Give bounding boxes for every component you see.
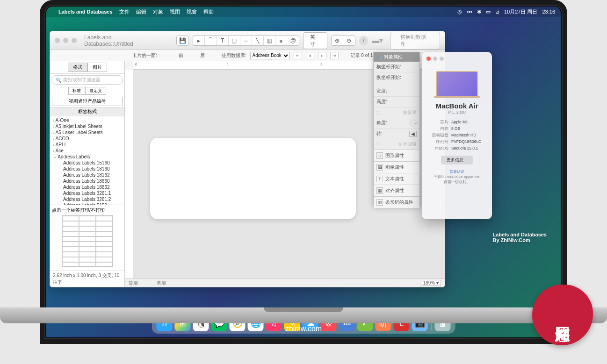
unit-selector[interactable]: 英寸 (303, 32, 327, 49)
sidebar-tab-format[interactable]: 格式 (68, 63, 87, 72)
tree-item[interactable]: Address Labels 3261.2 (52, 196, 123, 202)
align-icon: ▦ (376, 187, 383, 194)
tree-item[interactable]: A-One (52, 117, 123, 123)
prop-aspect-label[interactable]: 修复率 (403, 109, 417, 116)
menu-view[interactable]: 视图 (170, 8, 180, 15)
last-record-icon[interactable]: ⇥ (330, 52, 339, 59)
menu-help[interactable]: 帮助 (203, 8, 214, 15)
sheet-preview[interactable] (62, 215, 113, 267)
more-info-button[interactable]: 更多信息... (441, 156, 473, 164)
text-tool-icon[interactable]: T (217, 36, 229, 45)
align-props-button[interactable]: ▦对齐属性 (374, 185, 419, 196)
tree-item[interactable]: Address Labels 15160 (52, 160, 123, 166)
tree-item[interactable]: Address Labels 18162 (52, 172, 123, 178)
shape-props-button[interactable]: ◇图形属性 (374, 150, 419, 161)
line-tool-icon[interactable]: ╲ (252, 36, 264, 45)
tree-item[interactable]: APLI (52, 142, 123, 148)
tree-item[interactable]: Address Labels 3261.1 (52, 190, 123, 196)
site-url: zhiniw.com (285, 325, 322, 333)
tree-item[interactable]: ACCO (52, 136, 123, 142)
tree-item[interactable]: Address Labels 18662 (52, 184, 123, 190)
spiral-tool-icon[interactable]: ๑ (275, 36, 287, 45)
barcode-tool-icon[interactable]: ▥ (264, 36, 275, 45)
about-zoom-button[interactable] (440, 57, 444, 61)
sidebar-tab-image[interactable]: 图片 (87, 63, 107, 72)
minimize-button[interactable] (63, 38, 68, 43)
back-layer-button[interactable]: 背层 (129, 280, 138, 286)
menu-edit[interactable]: 编辑 (136, 8, 146, 15)
image-icon: 🖼 (376, 164, 383, 171)
spec-row: 启动磁盘Macintosh HD (426, 132, 488, 139)
save-icon[interactable]: 💾 (177, 36, 188, 45)
ellipse-tool-icon[interactable]: ○ (240, 36, 252, 45)
spec-row: 芯片Apple M1 (426, 119, 488, 126)
image-props-button[interactable]: 🖼图像属性 (374, 161, 419, 173)
window-title: Labels and Databases::Untitled (84, 34, 159, 47)
pointer-tool-icon[interactable]: ▸ (193, 36, 205, 45)
search-icon: 🔍 (56, 78, 61, 83)
titlebar: Labels and Databases::Untitled 💾 ▸ ⌒ T ▢… (50, 31, 445, 50)
regulatory-link[interactable]: 监管认证 (426, 169, 488, 174)
front-layer-button[interactable]: 首层 (157, 280, 166, 286)
text-icon: T (376, 176, 383, 182)
about-mac-window: MacBook Air M1, 2020 芯片Apple M1内存8 GB启动磁… (422, 52, 492, 219)
about-minimize-button[interactable] (433, 57, 437, 61)
card-side-label: 卡片的一面: (132, 52, 157, 59)
screen: Labels and Databases 文件 编辑 对象 视图 视窗 帮助 ◎… (46, 7, 561, 337)
zoom-button[interactable] (72, 38, 77, 43)
card-back-button[interactable]: 后 (200, 52, 205, 59)
rotate-left-icon[interactable]: ◀ (409, 131, 417, 137)
close-button[interactable] (55, 38, 60, 43)
tree-item[interactable]: A5 Laser Label Sheets (52, 129, 123, 136)
macos-menubar: Labels and Databases 文件 编辑 对象 视图 视窗 帮助 ◎… (46, 7, 561, 17)
print-toggle-label: 点击一个标签打印/不打印 (52, 207, 123, 214)
zoom-selector[interactable]: 189% ▾ (421, 280, 441, 286)
display-icon[interactable]: ▭ (486, 9, 491, 15)
copyright-text: ™和© 1983-2024 Apple Inc. (426, 174, 488, 179)
rect-tool-icon[interactable]: ▢ (229, 36, 240, 45)
info-icon[interactable]: i (359, 36, 368, 45)
tree-item[interactable]: Address Labels (52, 154, 123, 160)
product-filter-button[interactable]: 视图通过产品编号 (52, 97, 123, 106)
prev-record-icon[interactable]: ◂ (306, 52, 314, 59)
label-preview[interactable] (150, 138, 356, 219)
sidebar-subtab-standard[interactable]: 标准 (68, 87, 85, 95)
arc-tool-icon[interactable]: ⌒ (205, 36, 217, 45)
menu-file[interactable]: 文件 (119, 8, 130, 15)
card-front-button[interactable]: 前 (179, 52, 183, 59)
menubar-date[interactable]: 10月27日 周日 (504, 8, 538, 15)
wifi-icon[interactable]: ⊿ (495, 9, 499, 15)
tree-item[interactable]: A5 Inkjet Label Sheets (52, 123, 123, 129)
menubar-time[interactable]: 23:16 (542, 9, 555, 14)
switch-database-button[interactable]: 切换到数据库 (390, 32, 440, 50)
menubar-app-name[interactable]: Labels and Databases (58, 9, 113, 14)
zoom-out-icon[interactable]: ⊖ (343, 36, 355, 45)
text-props-button[interactable]: T文本属性 (374, 173, 419, 185)
sync-icon[interactable]: ✱ (477, 9, 481, 15)
prop-wrap-label[interactable]: 文本回避 (398, 141, 417, 148)
toolbar-zoom-group: ⊕ ⊖ (331, 36, 355, 46)
compass-icon[interactable]: ◎ (457, 9, 462, 15)
menu-window[interactable]: 视窗 (187, 8, 197, 15)
wrench-icon: 🔧 (376, 55, 382, 60)
zoom-in-icon[interactable]: ⊕ (332, 36, 343, 45)
about-close-button[interactable] (426, 57, 431, 61)
label-tree[interactable]: A-OneA5 Inkjet Label SheetsA5 Laser Labe… (50, 116, 124, 205)
menu-extra-dots[interactable]: ••• (467, 9, 472, 14)
database-select[interactable]: Address Book (250, 52, 290, 59)
next-record-icon[interactable]: ▸ (318, 52, 326, 59)
properties-header: 🔧 对象属性 (374, 52, 419, 62)
dropdown-icon[interactable]: ▬▾ (372, 36, 383, 45)
sidebar-subtab-custom[interactable]: 自定义 (85, 87, 106, 95)
at-tool-icon[interactable]: @ (287, 36, 299, 45)
tree-item[interactable]: Address Labels 18160 (52, 166, 123, 172)
tree-item[interactable]: Ace (52, 148, 123, 154)
macbook-image (436, 71, 478, 97)
spec-row: 内存8 GB (426, 126, 488, 132)
barcode-props-button[interactable]: ▥条形码的属性 (374, 196, 419, 208)
sidebar-search[interactable]: 🔍 类别或制字滤波器 (51, 75, 123, 85)
tree-item[interactable]: Address Labels 18660 (52, 178, 123, 184)
first-record-icon[interactable]: ⇤ (294, 52, 302, 59)
prop-height-label: 高度: (376, 99, 387, 105)
menu-object[interactable]: 对象 (153, 8, 163, 15)
